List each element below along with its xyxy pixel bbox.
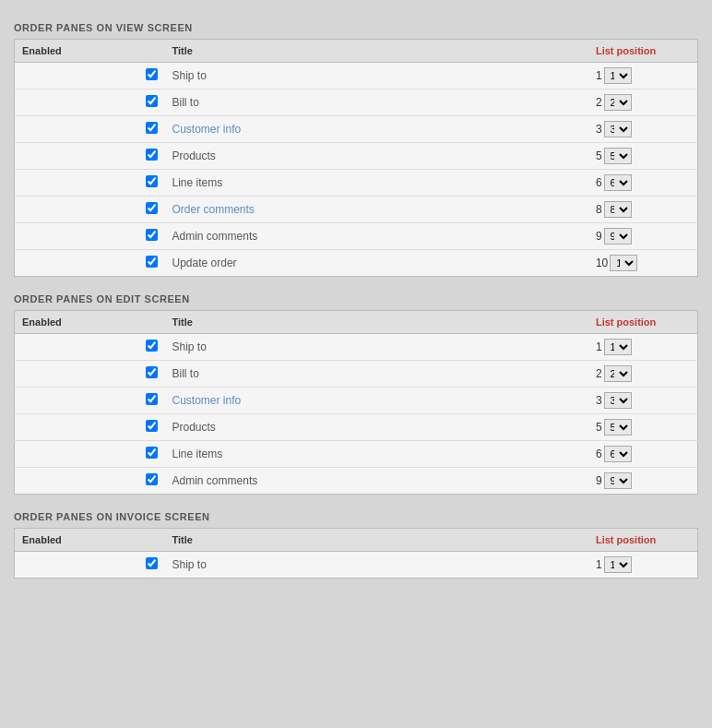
section-title-edit: ORDER PANES ON EDIT SCREEN [14,293,698,304]
section-title-invoice: ORDER PANES ON INVOICE SCREEN [14,511,698,522]
position-cell: 312345678910 [588,388,698,414]
position-cell: 112345678910 [588,334,698,361]
title-cell: Ship to [165,552,588,579]
table-row: Admin comments912345678910 [15,223,698,250]
position-value: 2 [596,367,602,380]
position-value: 3 [596,394,602,407]
table-row: Products512345678910 [15,143,698,170]
position-value: 9 [596,474,602,487]
position-dropdown[interactable]: 12345678910 [604,419,632,436]
enabled-checkbox[interactable] [146,473,158,485]
enabled-cell [15,170,165,197]
position-cell: 312345678910 [588,116,698,143]
table-row: Admin comments912345678910 [15,468,698,495]
title-cell: Bill to [165,361,588,388]
section-invoice: ORDER PANES ON INVOICE SCREENEnabledTitl… [14,511,698,579]
enabled-checkbox[interactable] [146,202,158,214]
enabled-checkbox[interactable] [146,95,158,107]
enabled-cell [15,361,165,388]
enabled-checkbox[interactable] [146,229,158,241]
position-value: 8 [596,203,602,216]
position-value: 5 [596,421,602,434]
title-cell: Line items [165,441,588,468]
enabled-cell [15,468,165,495]
title-cell: Ship to [165,334,588,361]
col-title: Title [165,529,588,552]
position-dropdown[interactable]: 12345678910 [604,472,632,489]
enabled-checkbox[interactable] [146,340,158,352]
col-enabled: Enabled [15,529,165,552]
table-view: EnabledTitleList positionShip to11234567… [14,39,698,277]
position-cell: 512345678910 [588,414,698,441]
position-dropdown[interactable]: 12345678910 [604,201,632,218]
col-enabled: Enabled [15,311,165,334]
enabled-checkbox[interactable] [146,122,158,134]
table-row: Customer info312345678910 [15,116,698,143]
enabled-cell [15,441,165,468]
section-edit: ORDER PANES ON EDIT SCREENEnabledTitleLi… [14,293,698,495]
position-dropdown[interactable]: 12345678910 [604,67,632,84]
enabled-checkbox[interactable] [146,557,158,569]
position-cell: 812345678910 [588,197,698,223]
enabled-checkbox[interactable] [146,366,158,378]
position-cell: 612345678910 [588,441,698,468]
position-value: 10 [596,257,608,269]
enabled-cell [15,90,165,116]
position-cell: 212345678910 [588,361,698,388]
col-list-position: List position [588,311,698,334]
position-dropdown[interactable]: 12345678910 [604,556,632,573]
position-dropdown[interactable]: 12345678910 [604,446,632,462]
title-cell: Admin comments [165,223,588,250]
title-cell: Customer info [165,116,588,143]
enabled-cell [15,552,165,579]
title-cell: Order comments [165,197,588,223]
enabled-cell [15,414,165,441]
position-cell: 112345678910 [588,63,698,90]
position-dropdown[interactable]: 12345678910 [604,94,632,111]
enabled-checkbox[interactable] [146,420,158,432]
position-dropdown[interactable]: 12345678910 [610,255,637,271]
table-row: Products512345678910 [15,414,698,441]
col-list-position: List position [588,529,698,552]
position-dropdown[interactable]: 12345678910 [604,392,632,409]
enabled-cell [15,250,165,277]
enabled-cell [15,334,165,361]
title-cell: Line items [165,170,588,197]
col-title: Title [165,311,588,334]
position-cell: 912345678910 [588,223,698,250]
enabled-checkbox[interactable] [146,68,158,80]
enabled-checkbox[interactable] [146,393,158,405]
position-value: 1 [596,340,602,353]
enabled-checkbox[interactable] [146,149,158,161]
title-cell: Customer info [165,388,588,414]
enabled-checkbox[interactable] [146,175,158,187]
position-value: 6 [596,448,602,460]
table-row: Ship to112345678910 [15,334,698,361]
table-row: Line items612345678910 [15,170,698,197]
position-value: 1 [596,558,602,571]
position-cell: 112345678910 [588,552,698,579]
enabled-checkbox[interactable] [146,256,158,268]
section-title-view: ORDER PANES ON VIEW SCREEN [14,22,698,33]
title-cell: Products [165,143,588,170]
enabled-cell [15,388,165,414]
enabled-checkbox[interactable] [146,447,158,459]
position-dropdown[interactable]: 12345678910 [604,339,632,355]
position-dropdown[interactable]: 12345678910 [604,174,632,191]
table-row: Ship to112345678910 [15,63,698,90]
position-value: 1 [596,69,602,82]
table-row: Customer info312345678910 [15,388,698,414]
section-view: ORDER PANES ON VIEW SCREENEnabledTitleLi… [14,22,698,277]
position-dropdown[interactable]: 12345678910 [604,121,632,137]
enabled-cell [15,223,165,250]
position-cell: 1012345678910 [588,250,698,277]
position-dropdown[interactable]: 12345678910 [604,228,632,245]
position-cell: 212345678910 [588,90,698,116]
table-row: Line items612345678910 [15,441,698,468]
table-row: Ship to112345678910 [15,552,698,579]
position-dropdown[interactable]: 12345678910 [604,365,632,382]
position-dropdown[interactable]: 12345678910 [604,148,632,164]
table-row: Update order1012345678910 [15,250,698,277]
table-row: Bill to212345678910 [15,90,698,116]
position-value: 5 [596,149,602,162]
